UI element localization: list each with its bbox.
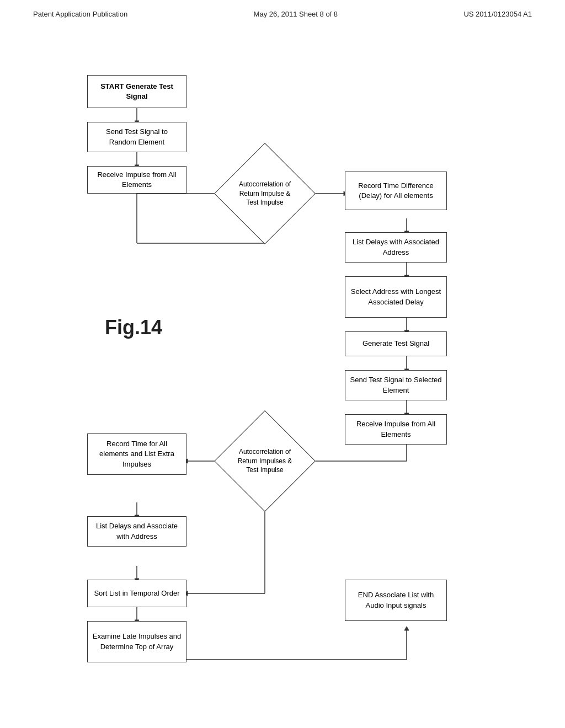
fig-label: Fig.14	[105, 316, 162, 339]
examine-late-box: Examine Late Impulses and Determine Top …	[87, 621, 186, 662]
record-time-diff-box: Record Time Difference (Delay) for All e…	[345, 172, 447, 210]
list-delays-assoc-box: List Delays with Associated Address	[345, 232, 447, 263]
receive-all-box: Receive Impulse from All Elements	[87, 166, 186, 194]
diamond1: Autocorrelation of Return Impulse & Test…	[229, 158, 301, 229]
sort-list-box: Sort List in Temporal Order	[87, 580, 186, 607]
send-random-box: Send Test Signal to Random Element	[87, 122, 186, 152]
arrows-svg	[0, 29, 565, 713]
start-box: START Generate Test Signal	[87, 75, 186, 108]
send-selected-box: Send Test Signal to Selected Element	[345, 370, 447, 400]
header-middle: May 26, 2011 Sheet 8 of 8	[254, 10, 338, 18]
diagram-area: START Generate Test Signal Send Test Sig…	[0, 29, 565, 713]
header: Patent Application Publication May 26, 2…	[0, 0, 565, 24]
receive-all2-box: Receive Impulse from All Elements	[345, 414, 447, 445]
end-assoc-box: END Associate List with Audio Input sign…	[345, 580, 447, 621]
header-right: US 2011/0123054 A1	[463, 10, 532, 18]
select-address-box: Select Address with Longest Associated D…	[345, 276, 447, 318]
generate-test-box: Generate Test Signal	[345, 331, 447, 356]
diamond2: Autocorrelation of Return Impulses & Tes…	[229, 425, 301, 497]
svg-marker-32	[404, 627, 409, 630]
list-delays-addr-box: List Delays and Associate with Address	[87, 516, 186, 547]
record-extra-box: Record Time for All elements and List Ex…	[87, 433, 186, 475]
header-left: Patent Application Publication	[33, 10, 127, 18]
